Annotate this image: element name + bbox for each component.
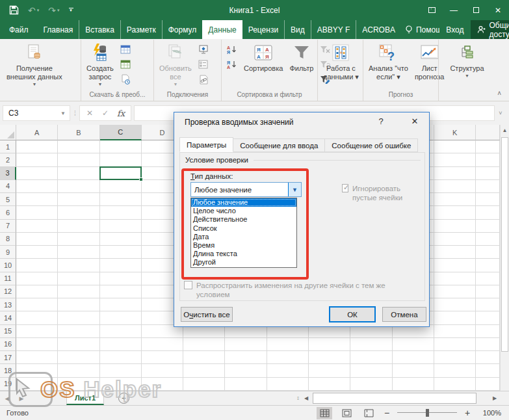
grid-cell[interactable]: [58, 272, 99, 285]
grid-cell[interactable]: [476, 311, 500, 324]
tab-review[interactable]: Рецензи: [242, 20, 284, 39]
grid-cell[interactable]: [100, 285, 142, 298]
grid-cell[interactable]: [100, 220, 142, 233]
grid-cell[interactable]: [100, 206, 142, 219]
grid-cell[interactable]: [350, 378, 392, 391]
row-header-19[interactable]: 19: [0, 378, 16, 391]
grid-cell[interactable]: [16, 153, 58, 166]
grid-cell[interactable]: [476, 246, 500, 259]
confirm-entry-icon[interactable]: ✓: [98, 109, 112, 118]
new-query-button[interactable]: Создать запрос ▼: [83, 40, 117, 86]
grid-cell[interactable]: [16, 325, 58, 338]
previous-sheet-icon[interactable]: ◀: [0, 391, 14, 405]
list-item-text-length[interactable]: Длина текста: [191, 250, 296, 258]
grid-cell[interactable]: [16, 193, 58, 206]
selected-cell-C3[interactable]: [99, 166, 142, 180]
row-header-12[interactable]: 12: [0, 285, 16, 298]
grid-cell[interactable]: [16, 206, 58, 219]
row-header-1[interactable]: 1: [0, 140, 16, 153]
grid-cell[interactable]: [100, 351, 142, 364]
sheet-tab-active[interactable]: Лист1: [66, 391, 104, 405]
grid-cell[interactable]: [434, 272, 476, 285]
grid-cell[interactable]: [350, 351, 392, 364]
grid-cell[interactable]: [393, 364, 434, 377]
grid-cell[interactable]: [58, 311, 99, 324]
row-header-9[interactable]: 9: [0, 246, 16, 259]
grid-cell[interactable]: [58, 206, 99, 219]
grid-cell[interactable]: [100, 193, 142, 206]
grid-cell[interactable]: [267, 378, 309, 391]
list-item-whole-number[interactable]: Целое число: [191, 207, 296, 215]
grid-cell[interactable]: [16, 233, 58, 246]
grid-cell[interactable]: [16, 272, 58, 285]
grid-cell[interactable]: [58, 220, 99, 233]
insert-function-icon[interactable]: fx: [114, 109, 128, 118]
grid-cell[interactable]: [309, 338, 350, 351]
row-header-15[interactable]: 15: [0, 325, 16, 338]
grid-cell[interactable]: [309, 378, 350, 391]
list-item-any-value[interactable]: Любое значение: [191, 198, 296, 207]
grid-cell[interactable]: [225, 338, 267, 351]
grid-cell[interactable]: [434, 193, 476, 206]
grid-cell[interactable]: [434, 259, 476, 272]
row-header-3[interactable]: 3: [0, 167, 16, 180]
grid-cell[interactable]: [16, 285, 58, 298]
grid-cell[interactable]: [16, 259, 58, 272]
grid-cell[interactable]: [58, 140, 99, 153]
row-header-13[interactable]: 13: [0, 298, 16, 311]
ignore-blank-checkbox[interactable]: [342, 184, 348, 192]
edit-links-icon[interactable]: [196, 73, 211, 86]
grid-cell[interactable]: [142, 378, 183, 391]
name-box[interactable]: C3 ▼: [3, 105, 70, 121]
grid-cell[interactable]: [16, 351, 58, 364]
horizontal-scroll-thumb[interactable]: [313, 393, 476, 404]
row-header-16[interactable]: 16: [0, 338, 16, 351]
close-icon[interactable]: ✕: [487, 0, 509, 20]
grid-cell[interactable]: [100, 364, 142, 377]
grid-cell[interactable]: [16, 311, 58, 324]
filter-button[interactable]: Фильтр: [286, 40, 317, 73]
grid-cell[interactable]: [16, 220, 58, 233]
grid-cell[interactable]: [267, 338, 309, 351]
dialog-close-icon[interactable]: ✕: [408, 116, 421, 126]
share-button[interactable]: Общий доступ: [471, 20, 509, 39]
tab-data[interactable]: Данные: [202, 20, 242, 39]
grid-cell[interactable]: [476, 259, 500, 272]
page-layout-view-icon[interactable]: [339, 407, 354, 419]
grid-cell[interactable]: [393, 351, 434, 364]
grid-cell[interactable]: [476, 233, 500, 246]
sign-in-button[interactable]: Вход: [439, 20, 470, 39]
grid-cell[interactable]: [476, 180, 500, 193]
grid-cell[interactable]: [58, 193, 99, 206]
next-sheet-icon[interactable]: ▶: [14, 391, 29, 405]
normal-view-icon[interactable]: [317, 407, 332, 419]
dialog-tab-input-message[interactable]: Сообщение для ввода: [233, 138, 325, 152]
scroll-left-icon[interactable]: ◀: [301, 391, 311, 405]
zoom-slider-thumb[interactable]: [426, 409, 429, 417]
grid-cell[interactable]: [267, 351, 309, 364]
grid-cell[interactable]: [434, 351, 476, 364]
horizontal-scroll-track[interactable]: [311, 391, 489, 405]
select-all-corner[interactable]: [0, 125, 16, 140]
horizontal-scroll-splitter[interactable]: ⁞⁞: [294, 391, 301, 405]
grid-cell[interactable]: [58, 325, 99, 338]
grid-cell[interactable]: [476, 193, 500, 206]
grid-cell[interactable]: [476, 364, 500, 377]
grid-cell[interactable]: [393, 378, 434, 391]
grid-cell[interactable]: [100, 272, 142, 285]
zoom-slider[interactable]: [397, 408, 457, 417]
row-header-7[interactable]: 7: [0, 220, 16, 233]
sort-ascending-icon[interactable]: АЯ: [225, 43, 239, 56]
grid-cell[interactable]: [434, 206, 476, 219]
properties-icon[interactable]: [196, 58, 211, 71]
grid-cell[interactable]: [434, 311, 476, 324]
grid-cell[interactable]: [434, 220, 476, 233]
scroll-right-icon[interactable]: ▶: [489, 391, 500, 405]
row-header-14[interactable]: 14: [0, 311, 16, 324]
grid-cell[interactable]: [100, 378, 142, 391]
undo-caret-icon[interactable]: ▾: [37, 8, 40, 13]
from-table-icon[interactable]: [118, 58, 133, 71]
grid-cell[interactable]: [58, 180, 99, 193]
save-icon[interactable]: [9, 5, 19, 15]
grid-cell[interactable]: [16, 167, 58, 180]
